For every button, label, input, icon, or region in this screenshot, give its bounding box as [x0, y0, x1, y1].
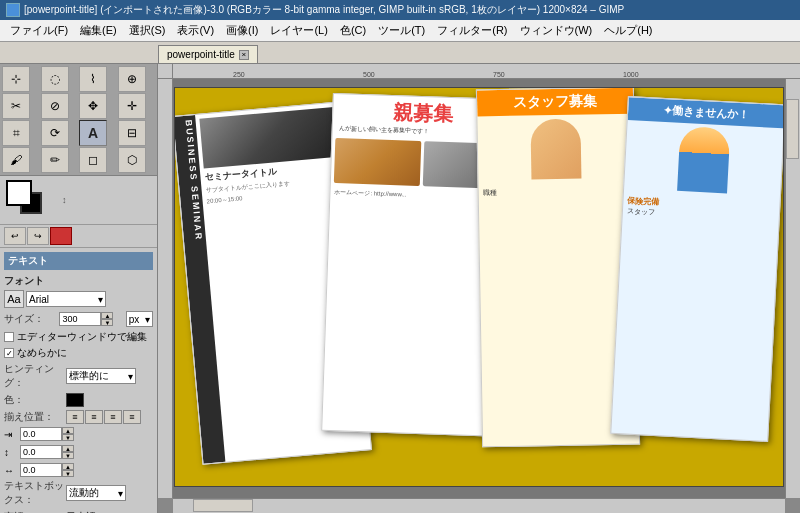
rectangle-select-tool[interactable]: ⊹	[2, 66, 30, 92]
editor-window-row: エディターウィンドウで編集	[4, 330, 153, 344]
antialias-checkbox[interactable]	[4, 348, 14, 358]
bucket-fill-tool[interactable]: ⬡	[118, 147, 146, 173]
crop-tool[interactable]: ⌗	[2, 120, 30, 146]
eraser-tool[interactable]: ◻	[79, 147, 107, 173]
menu-tools[interactable]: ツール(T)	[372, 21, 431, 40]
text-tool[interactable]: A	[79, 120, 107, 146]
color-area: ↕	[0, 176, 157, 224]
tool-grid: ⊹ ◌ ⌇ ⊕ ✂ ⊘ ✥ ✛ ⌗ ⟳ A ⊟ 🖌 ✏ ◻ ⬡	[0, 64, 157, 176]
canvas-scroll[interactable]: BUSINESS SEMINAR セミナータイトル サブタイトルがここに入ります…	[173, 79, 785, 498]
menu-view[interactable]: 表示(V)	[171, 21, 220, 40]
textbox-dropdown[interactable]: 流動的 ▾	[66, 485, 126, 501]
color-pair	[6, 180, 50, 220]
size-up-arrow[interactable]: ▲	[101, 312, 113, 319]
rotate-tool[interactable]: ⟳	[41, 120, 69, 146]
indent-row3: ↔ 0.0 ▲ ▼	[4, 463, 153, 477]
horizontal-scrollbar[interactable]	[173, 498, 785, 513]
indent3-up[interactable]: ▲	[62, 463, 74, 470]
flyer-work-header: ✦働きませんか！	[628, 97, 783, 128]
indent1-down[interactable]: ▼	[62, 434, 74, 441]
indent1-up[interactable]: ▲	[62, 427, 74, 434]
justify-row: 揃え位置： ≡ ≡ ≡ ≡	[4, 410, 153, 424]
menu-select[interactable]: 選択(S)	[123, 21, 172, 40]
ruler-mark-1000: 1000	[623, 71, 639, 78]
pencil-tool[interactable]: ✏	[41, 147, 69, 173]
title-bar: [powerpoint-title] (インポートされた画像)-3.0 (RGB…	[0, 0, 800, 20]
ruler-mark-750: 750	[493, 71, 505, 78]
menu-help[interactable]: ヘルプ(H)	[598, 21, 658, 40]
flyer-work-person	[677, 126, 730, 194]
free-select-tool[interactable]: ⌇	[79, 66, 107, 92]
flyer-staff-person	[530, 119, 581, 180]
cat-image-1	[334, 138, 421, 186]
toolbox: ⊹ ◌ ⌇ ⊕ ✂ ⊘ ✥ ✛ ⌗ ⟳ A ⊟ 🖌 ✏ ◻ ⬡ ↕	[0, 64, 158, 513]
ruler-vertical	[158, 79, 173, 498]
indent2-up[interactable]: ▲	[62, 445, 74, 452]
main-layout: ⊹ ◌ ⌇ ⊕ ✂ ⊘ ✥ ✛ ⌗ ⟳ A ⊟ 🖌 ✏ ◻ ⬡ ↕	[0, 64, 800, 513]
menu-file[interactable]: ファイル(F)	[4, 21, 74, 40]
foreground-color[interactable]	[6, 180, 32, 206]
text-color-swatch[interactable]	[66, 393, 84, 407]
align-buttons: ≡ ≡ ≡ ≡	[66, 410, 141, 424]
image-tab[interactable]: powerpoint-title ×	[158, 45, 258, 63]
ruler-corner	[158, 64, 173, 79]
size-spinbox: 300 ▲ ▼	[59, 312, 121, 326]
menu-color[interactable]: 色(C)	[334, 21, 372, 40]
tab-close-button[interactable]: ×	[239, 50, 249, 60]
menu-layer[interactable]: レイヤー(L)	[264, 21, 333, 40]
flyer-staff-body: 職種	[479, 182, 635, 203]
scrollbar-v-thumb[interactable]	[786, 99, 799, 159]
menu-image[interactable]: 画像(I)	[220, 21, 264, 40]
align-center-button[interactable]: ≡	[85, 410, 103, 424]
tool-options: テキスト フォント Aa Arial ▾ サイズ： 300 ▲ ▼	[0, 247, 157, 513]
size-row: サイズ： 300 ▲ ▼ px ▾	[4, 311, 153, 327]
size-value[interactable]: 300	[59, 312, 101, 326]
ruler-mark-500: 500	[363, 71, 375, 78]
menu-filter[interactable]: フィルター(R)	[431, 21, 513, 40]
font-dropdown[interactable]: Arial ▾	[26, 291, 106, 307]
editor-checkbox[interactable]	[4, 332, 14, 342]
indent3-down[interactable]: ▼	[62, 470, 74, 477]
move-tool[interactable]: ✛	[118, 93, 146, 119]
indent2-icon: ↕	[4, 447, 18, 458]
textbox-row: テキストボックス： 流動的 ▾	[4, 479, 153, 507]
align-tool[interactable]: ✥	[79, 93, 107, 119]
size-down-arrow[interactable]: ▼	[101, 319, 113, 326]
textbox-chevron-icon: ▾	[118, 488, 123, 499]
menu-window[interactable]: ウィンドウ(W)	[514, 21, 599, 40]
fuzzy-select-tool[interactable]: ⊕	[118, 66, 146, 92]
indent-row1: ⇥ 0.0 ▲ ▼	[4, 427, 153, 441]
swap-colors-hint: ↕	[62, 195, 67, 205]
indent3-value[interactable]: 0.0	[20, 463, 62, 477]
antialias-label: なめらかに	[17, 346, 67, 360]
foreground-select-tool[interactable]: ⊘	[41, 93, 69, 119]
indent2-spinbox: 0.0 ▲ ▼	[20, 445, 90, 459]
font-section-title: フォント	[4, 274, 153, 288]
scrollbar-h-thumb[interactable]	[193, 499, 253, 512]
redo-tool[interactable]: ↪	[27, 227, 49, 245]
align-justify-button[interactable]: ≡	[123, 410, 141, 424]
hinting-chevron-icon: ▾	[128, 371, 133, 382]
tab-label: powerpoint-title	[167, 49, 235, 60]
hinting-dropdown[interactable]: 標準的に ▾	[66, 368, 136, 384]
vertical-scrollbar[interactable]	[785, 79, 800, 498]
color-indicator[interactable]	[50, 227, 72, 245]
indent1-value[interactable]: 0.0	[20, 427, 62, 441]
align-right-button[interactable]: ≡	[104, 410, 122, 424]
app-icon	[6, 3, 20, 17]
menu-edit[interactable]: 編集(E)	[74, 21, 123, 40]
heal-tool[interactable]: ⊟	[118, 120, 146, 146]
ellipse-select-tool[interactable]: ◌	[41, 66, 69, 92]
indent1-icon: ⇥	[4, 429, 18, 440]
color-row: 色：	[4, 393, 153, 407]
tool-options-header: テキスト	[4, 252, 153, 270]
paintbrush-tool[interactable]: 🖌	[2, 147, 30, 173]
scissors-select-tool[interactable]: ✂	[2, 93, 30, 119]
indent2-value[interactable]: 0.0	[20, 445, 62, 459]
undo-tool[interactable]: ↩	[4, 227, 26, 245]
unit-dropdown[interactable]: px ▾	[126, 311, 153, 327]
align-left-button[interactable]: ≡	[66, 410, 84, 424]
indent2-down[interactable]: ▼	[62, 452, 74, 459]
menu-bar: ファイル(F) 編集(E) 選択(S) 表示(V) 画像(I) レイヤー(L) …	[0, 20, 800, 42]
indent1-arrows: ▲ ▼	[62, 427, 74, 441]
